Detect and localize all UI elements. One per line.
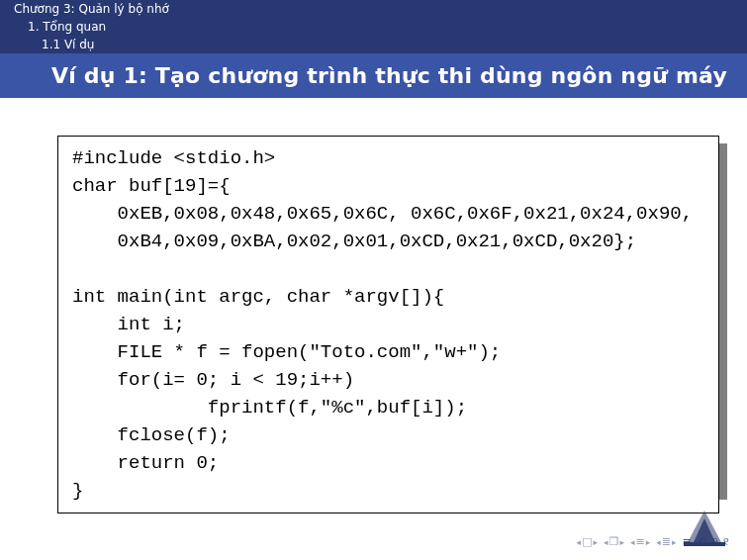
nav-frame-next-icon[interactable]: ▸ — [594, 537, 599, 547]
nav-doc-prev-icon[interactable]: ◂ — [604, 537, 608, 547]
breadcrumb-section: 1. Tổng quan — [0, 18, 747, 36]
nav-section-icon[interactable]: ≡ — [636, 535, 645, 548]
nav-doc-group[interactable]: ◂ ❐ ▸ — [604, 535, 624, 548]
nav-doc-next-icon[interactable]: ▸ — [619, 537, 624, 547]
nav-doc-icon[interactable]: ❐ — [609, 535, 619, 548]
beamer-nav-bar: ◂ □ ▸ ◂ ❐ ▸ ◂ ≡ ▸ ◂ ≣ ▸ ≡ ↶ ୨ ୧ — [0, 530, 747, 560]
nav-frame-icon[interactable]: □ — [582, 535, 592, 548]
breadcrumb-chapter: Chương 3: Quản lý bộ nhớ — [0, 0, 747, 18]
nav-section-group[interactable]: ◂ ≡ ▸ — [630, 535, 650, 548]
slide-title: Ví dụ 1: Tạo chương trình thực thi dùng … — [0, 53, 747, 98]
svg-rect-2 — [684, 542, 725, 546]
breadcrumb-subsection: 1.1 Ví dụ — [0, 36, 747, 53]
nav-subsection-group[interactable]: ◂ ≣ ▸ — [656, 535, 676, 548]
nav-frame-prev-icon[interactable]: ◂ — [577, 537, 582, 547]
nav-subsection-icon[interactable]: ≣ — [662, 535, 671, 548]
content-area: #include <stdio.h> char buf[19]={ 0xEB,0… — [0, 98, 747, 513]
slide-header: Chương 3: Quản lý bộ nhớ 1. Tổng quan 1.… — [0, 0, 747, 98]
nav-section-prev-icon[interactable]: ◂ — [630, 537, 635, 547]
nav-section-next-icon[interactable]: ▸ — [646, 537, 651, 547]
nav-subsection-prev-icon[interactable]: ◂ — [656, 537, 661, 547]
institution-logo — [682, 509, 727, 548]
nav-frame-group[interactable]: ◂ □ ▸ — [577, 535, 598, 548]
nav-subsection-next-icon[interactable]: ▸ — [672, 537, 677, 547]
code-block: #include <stdio.h> char buf[19]={ 0xEB,0… — [57, 136, 719, 513]
